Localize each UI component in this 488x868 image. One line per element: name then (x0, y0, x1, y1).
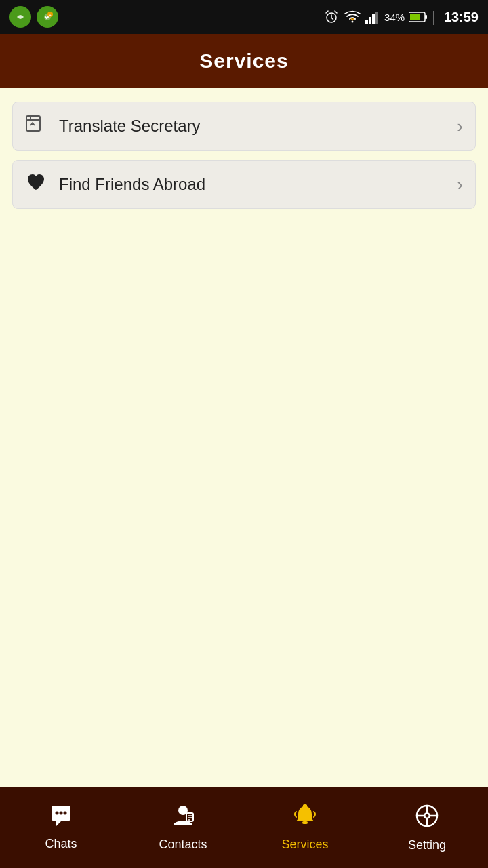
page-header: Services (0, 34, 488, 88)
nav-setting-label: Setting (408, 838, 446, 852)
translate-secretary-label: Translate Secretary (59, 117, 457, 136)
find-friends-label: Find Friends Abroad (59, 175, 457, 194)
svg-rect-9 (375, 12, 378, 24)
time-separator: | (432, 8, 436, 26)
contacts-icon (170, 804, 196, 833)
nav-chats-label: Chats (45, 837, 77, 851)
svg-rect-15 (26, 120, 40, 131)
services-bell-icon (292, 804, 318, 833)
battery-icon (409, 11, 428, 23)
signal-icon (365, 10, 380, 24)
battery-percent: 34% (384, 12, 405, 23)
status-bar-left: + (9, 6, 58, 28)
find-friends-chevron-icon: › (457, 174, 463, 195)
main-content: Translate Secretary › Find Friends Abroa… (0, 88, 488, 787)
svg-rect-8 (372, 14, 375, 24)
translate-chevron-icon: › (457, 116, 463, 137)
nav-item-chats[interactable]: Chats (0, 787, 122, 868)
nav-contacts-label: Contacts (159, 837, 207, 852)
service-item-find-friends[interactable]: Find Friends Abroad › (12, 160, 476, 209)
svg-point-17 (60, 811, 63, 814)
alarm-icon (323, 9, 340, 25)
svg-point-18 (64, 811, 67, 814)
svg-rect-12 (410, 14, 420, 20)
wifi-icon (344, 9, 361, 24)
status-bar: + 34% (0, 0, 488, 34)
nav-item-contacts[interactable]: Contacts (122, 787, 244, 868)
svg-rect-6 (365, 20, 368, 24)
nav-services-label: Services (281, 837, 328, 852)
status-time: 13:59 (444, 9, 479, 25)
svg-text:+: + (49, 13, 52, 17)
svg-point-16 (56, 811, 59, 814)
svg-rect-7 (369, 17, 371, 24)
service-item-translate[interactable]: Translate Secretary › (12, 102, 476, 151)
nav-item-services[interactable]: Services (244, 787, 366, 868)
nav-item-setting[interactable]: Setting (366, 787, 488, 868)
heart-icon (25, 172, 47, 198)
svg-rect-24 (302, 821, 308, 824)
status-bar-right: 34% | 13:59 (323, 8, 479, 26)
svg-rect-11 (425, 15, 427, 19)
svg-point-30 (426, 814, 429, 817)
page-title: Services (199, 50, 288, 73)
chat-icon (48, 804, 74, 833)
setting-icon (414, 803, 440, 834)
translate-icon (25, 113, 47, 140)
bottom-navigation: Chats Contacts S (0, 787, 488, 868)
app-icon-2: + (37, 6, 58, 28)
app-icon-1 (9, 6, 31, 28)
svg-point-25 (303, 804, 307, 808)
